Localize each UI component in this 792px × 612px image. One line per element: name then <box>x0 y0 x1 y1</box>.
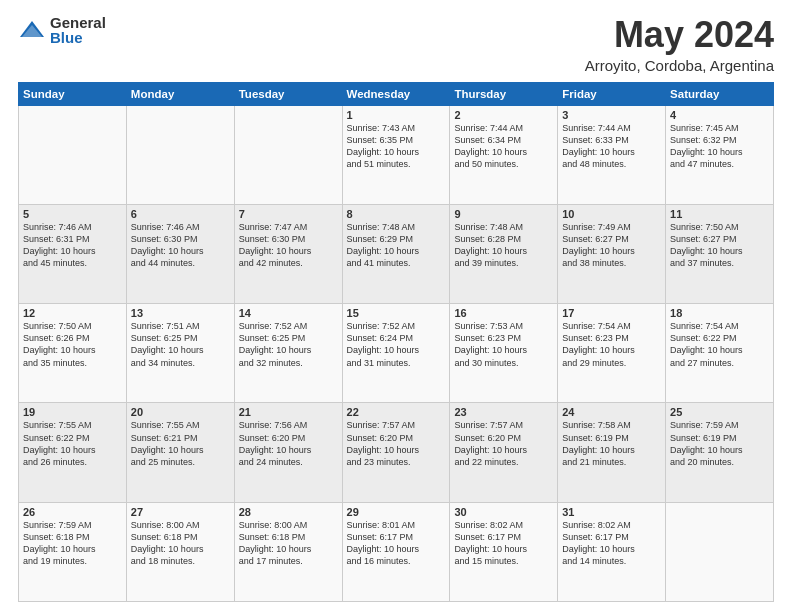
day-number: 7 <box>239 208 338 220</box>
day-info: Sunrise: 7:43 AM Sunset: 6:35 PM Dayligh… <box>347 123 420 169</box>
calendar-cell-1-3: 8Sunrise: 7:48 AM Sunset: 6:29 PM Daylig… <box>342 204 450 303</box>
calendar-cell-3-2: 21Sunrise: 7:56 AM Sunset: 6:20 PM Dayli… <box>234 403 342 502</box>
day-info: Sunrise: 7:50 AM Sunset: 6:26 PM Dayligh… <box>23 321 96 367</box>
calendar-cell-1-6: 11Sunrise: 7:50 AM Sunset: 6:27 PM Dayli… <box>666 204 774 303</box>
col-saturday: Saturday <box>666 82 774 105</box>
week-row-3: 12Sunrise: 7:50 AM Sunset: 6:26 PM Dayli… <box>19 304 774 403</box>
day-info: Sunrise: 8:02 AM Sunset: 6:17 PM Dayligh… <box>454 520 527 566</box>
day-info: Sunrise: 8:00 AM Sunset: 6:18 PM Dayligh… <box>239 520 312 566</box>
header: General Blue May 2024 Arroyito, Cordoba,… <box>18 15 774 74</box>
calendar-cell-2-4: 16Sunrise: 7:53 AM Sunset: 6:23 PM Dayli… <box>450 304 558 403</box>
calendar-cell-4-4: 30Sunrise: 8:02 AM Sunset: 6:17 PM Dayli… <box>450 502 558 601</box>
day-info: Sunrise: 7:46 AM Sunset: 6:31 PM Dayligh… <box>23 222 96 268</box>
day-info: Sunrise: 7:48 AM Sunset: 6:29 PM Dayligh… <box>347 222 420 268</box>
logo-icon <box>18 19 46 41</box>
day-info: Sunrise: 7:57 AM Sunset: 6:20 PM Dayligh… <box>454 420 527 466</box>
calendar-cell-3-0: 19Sunrise: 7:55 AM Sunset: 6:22 PM Dayli… <box>19 403 127 502</box>
day-number: 18 <box>670 307 769 319</box>
calendar-cell-2-1: 13Sunrise: 7:51 AM Sunset: 6:25 PM Dayli… <box>126 304 234 403</box>
calendar-header-row: Sunday Monday Tuesday Wednesday Thursday… <box>19 82 774 105</box>
day-number: 6 <box>131 208 230 220</box>
day-info: Sunrise: 7:50 AM Sunset: 6:27 PM Dayligh… <box>670 222 743 268</box>
day-info: Sunrise: 7:56 AM Sunset: 6:20 PM Dayligh… <box>239 420 312 466</box>
calendar-cell-1-5: 10Sunrise: 7:49 AM Sunset: 6:27 PM Dayli… <box>558 204 666 303</box>
day-number: 9 <box>454 208 553 220</box>
day-number: 19 <box>23 406 122 418</box>
day-number: 16 <box>454 307 553 319</box>
day-number: 23 <box>454 406 553 418</box>
day-info: Sunrise: 7:59 AM Sunset: 6:19 PM Dayligh… <box>670 420 743 466</box>
day-info: Sunrise: 8:01 AM Sunset: 6:17 PM Dayligh… <box>347 520 420 566</box>
day-number: 12 <box>23 307 122 319</box>
day-info: Sunrise: 7:49 AM Sunset: 6:27 PM Dayligh… <box>562 222 635 268</box>
day-number: 29 <box>347 506 446 518</box>
day-info: Sunrise: 7:57 AM Sunset: 6:20 PM Dayligh… <box>347 420 420 466</box>
day-number: 27 <box>131 506 230 518</box>
calendar-cell-4-6 <box>666 502 774 601</box>
day-info: Sunrise: 7:54 AM Sunset: 6:22 PM Dayligh… <box>670 321 743 367</box>
calendar-cell-4-1: 27Sunrise: 8:00 AM Sunset: 6:18 PM Dayli… <box>126 502 234 601</box>
day-info: Sunrise: 7:46 AM Sunset: 6:30 PM Dayligh… <box>131 222 204 268</box>
day-info: Sunrise: 7:44 AM Sunset: 6:34 PM Dayligh… <box>454 123 527 169</box>
calendar-cell-4-2: 28Sunrise: 8:00 AM Sunset: 6:18 PM Dayli… <box>234 502 342 601</box>
day-info: Sunrise: 8:02 AM Sunset: 6:17 PM Dayligh… <box>562 520 635 566</box>
calendar-cell-0-3: 1Sunrise: 7:43 AM Sunset: 6:35 PM Daylig… <box>342 105 450 204</box>
calendar-cell-1-4: 9Sunrise: 7:48 AM Sunset: 6:28 PM Daylig… <box>450 204 558 303</box>
week-row-1: 1Sunrise: 7:43 AM Sunset: 6:35 PM Daylig… <box>19 105 774 204</box>
day-number: 3 <box>562 109 661 121</box>
day-number: 26 <box>23 506 122 518</box>
day-info: Sunrise: 7:47 AM Sunset: 6:30 PM Dayligh… <box>239 222 312 268</box>
day-info: Sunrise: 7:45 AM Sunset: 6:32 PM Dayligh… <box>670 123 743 169</box>
day-info: Sunrise: 7:59 AM Sunset: 6:18 PM Dayligh… <box>23 520 96 566</box>
page: General Blue May 2024 Arroyito, Cordoba,… <box>0 0 792 612</box>
day-number: 15 <box>347 307 446 319</box>
week-row-2: 5Sunrise: 7:46 AM Sunset: 6:31 PM Daylig… <box>19 204 774 303</box>
day-info: Sunrise: 7:53 AM Sunset: 6:23 PM Dayligh… <box>454 321 527 367</box>
calendar-cell-2-0: 12Sunrise: 7:50 AM Sunset: 6:26 PM Dayli… <box>19 304 127 403</box>
calendar: Sunday Monday Tuesday Wednesday Thursday… <box>18 82 774 602</box>
col-friday: Friday <box>558 82 666 105</box>
day-number: 5 <box>23 208 122 220</box>
day-number: 8 <box>347 208 446 220</box>
calendar-cell-3-5: 24Sunrise: 7:58 AM Sunset: 6:19 PM Dayli… <box>558 403 666 502</box>
day-number: 10 <box>562 208 661 220</box>
day-number: 14 <box>239 307 338 319</box>
calendar-cell-4-5: 31Sunrise: 8:02 AM Sunset: 6:17 PM Dayli… <box>558 502 666 601</box>
day-number: 24 <box>562 406 661 418</box>
day-number: 20 <box>131 406 230 418</box>
calendar-cell-3-1: 20Sunrise: 7:55 AM Sunset: 6:21 PM Dayli… <box>126 403 234 502</box>
calendar-cell-3-6: 25Sunrise: 7:59 AM Sunset: 6:19 PM Dayli… <box>666 403 774 502</box>
day-info: Sunrise: 8:00 AM Sunset: 6:18 PM Dayligh… <box>131 520 204 566</box>
day-info: Sunrise: 7:52 AM Sunset: 6:24 PM Dayligh… <box>347 321 420 367</box>
day-info: Sunrise: 7:51 AM Sunset: 6:25 PM Dayligh… <box>131 321 204 367</box>
day-number: 22 <box>347 406 446 418</box>
col-thursday: Thursday <box>450 82 558 105</box>
logo-text-general: General <box>50 15 106 30</box>
month-title: May 2024 <box>585 15 774 55</box>
calendar-cell-4-0: 26Sunrise: 7:59 AM Sunset: 6:18 PM Dayli… <box>19 502 127 601</box>
calendar-cell-2-3: 15Sunrise: 7:52 AM Sunset: 6:24 PM Dayli… <box>342 304 450 403</box>
calendar-cell-2-6: 18Sunrise: 7:54 AM Sunset: 6:22 PM Dayli… <box>666 304 774 403</box>
calendar-cell-0-5: 3Sunrise: 7:44 AM Sunset: 6:33 PM Daylig… <box>558 105 666 204</box>
day-number: 1 <box>347 109 446 121</box>
day-info: Sunrise: 7:48 AM Sunset: 6:28 PM Dayligh… <box>454 222 527 268</box>
day-number: 2 <box>454 109 553 121</box>
day-number: 21 <box>239 406 338 418</box>
week-row-4: 19Sunrise: 7:55 AM Sunset: 6:22 PM Dayli… <box>19 403 774 502</box>
calendar-cell-0-6: 4Sunrise: 7:45 AM Sunset: 6:32 PM Daylig… <box>666 105 774 204</box>
calendar-cell-0-4: 2Sunrise: 7:44 AM Sunset: 6:34 PM Daylig… <box>450 105 558 204</box>
day-info: Sunrise: 7:55 AM Sunset: 6:22 PM Dayligh… <box>23 420 96 466</box>
calendar-cell-0-2 <box>234 105 342 204</box>
day-info: Sunrise: 7:55 AM Sunset: 6:21 PM Dayligh… <box>131 420 204 466</box>
calendar-cell-3-4: 23Sunrise: 7:57 AM Sunset: 6:20 PM Dayli… <box>450 403 558 502</box>
location-title: Arroyito, Cordoba, Argentina <box>585 57 774 74</box>
day-number: 28 <box>239 506 338 518</box>
col-wednesday: Wednesday <box>342 82 450 105</box>
calendar-cell-1-0: 5Sunrise: 7:46 AM Sunset: 6:31 PM Daylig… <box>19 204 127 303</box>
day-info: Sunrise: 7:54 AM Sunset: 6:23 PM Dayligh… <box>562 321 635 367</box>
day-number: 17 <box>562 307 661 319</box>
day-number: 4 <box>670 109 769 121</box>
calendar-cell-4-3: 29Sunrise: 8:01 AM Sunset: 6:17 PM Dayli… <box>342 502 450 601</box>
col-tuesday: Tuesday <box>234 82 342 105</box>
col-sunday: Sunday <box>19 82 127 105</box>
